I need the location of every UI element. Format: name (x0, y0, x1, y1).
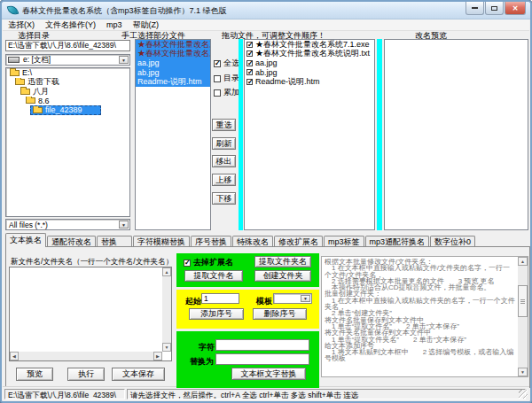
tree-item-file-42389-selected[interactable]: file_42389 (30, 105, 101, 115)
menu-filename-ops[interactable]: 文件名操作(Y) (40, 19, 101, 31)
tree-item-label: file_42389 (45, 105, 82, 114)
resize-grip-icon[interactable] (519, 390, 528, 399)
checkbox-icon[interactable] (246, 42, 253, 48)
drive-combobox[interactable]: e: [文档] ▼ (5, 54, 130, 66)
arrow-down-icon[interactable]: ▼ (162, 343, 171, 352)
checkbox-icon[interactable] (246, 50, 253, 57)
reselect-button[interactable]: 重选 (212, 119, 236, 131)
accumulate-checkbox[interactable]: 累加 (214, 87, 239, 98)
execute-button[interactable]: 执行 (67, 368, 105, 381)
create-folder-button[interactable]: 创建文件夹 (254, 270, 311, 282)
checkbox-icon[interactable] (246, 69, 253, 75)
list-item[interactable]: aa.jpg (245, 58, 374, 68)
arrow-up-icon[interactable]: ▲ (162, 267, 171, 276)
chevron-down-icon[interactable]: ▼ (119, 221, 129, 229)
checkbox-icon[interactable] (246, 60, 253, 66)
file-name: ★春林文件批量改名系 (137, 50, 210, 59)
list-item[interactable]: ★春林文件批量改名系 (136, 50, 210, 59)
checkbox-icon (214, 75, 221, 82)
checkbox-icon (184, 260, 191, 267)
manual-file-list: ★春林文件批量改名系 ★春林文件批量改名系 aa.jpg ab.jpg Read… (135, 39, 211, 230)
list-item[interactable]: ab.jpg (136, 68, 210, 78)
refresh-button[interactable]: 刷新 (212, 137, 236, 150)
scrollbar-thumb[interactable] (518, 285, 528, 317)
list-item[interactable]: ab.jpg (245, 68, 374, 78)
chevron-down-icon[interactable]: ▼ (119, 56, 129, 64)
serial-number-panel: 起始 模板 ▼ 添加序号 删除序号 (176, 290, 319, 329)
new-filename-textarea[interactable]: ▲ ▼ ◀ ▶ (9, 267, 172, 361)
tree-item-august[interactable]: 八月 (6, 87, 129, 97)
add-serial-button[interactable]: 添加序号 (189, 308, 244, 320)
help-vertical-scrollbar[interactable]: ▲ ▼ (518, 257, 528, 376)
arrow-right-icon[interactable]: ▶ (153, 352, 162, 360)
directory-checkbox[interactable]: 目录 (214, 73, 239, 84)
move-up-button[interactable]: 上移 (212, 174, 236, 186)
list-item[interactable]: Readme-说明.htm (245, 77, 374, 87)
select-all-checkbox[interactable]: 全选 (214, 58, 239, 69)
extract-file-name-button[interactable]: 提取文件名 (184, 270, 243, 282)
drive-icon (8, 57, 20, 63)
file-filter-value: All files (*.*) (9, 221, 48, 229)
chevron-down-icon[interactable]: ▼ (301, 295, 310, 302)
textbox-text-replace-button[interactable]: 文本框文字替换 (231, 368, 306, 380)
template-combobox[interactable]: ▼ (273, 293, 312, 304)
tree-item-8-6[interactable]: 8.6 (6, 97, 129, 106)
tree-item-drive-root[interactable]: E:\ (6, 68, 129, 78)
path-input[interactable] (5, 40, 130, 51)
arrow-down-icon[interactable]: ▼ (518, 368, 528, 376)
extract-panel: 去掉扩展名 提取文件夹名 提取文件名 创建文件夹 (176, 253, 319, 287)
list-item[interactable]: ★春林文件批量改名系统说明.txt (245, 50, 374, 59)
start-label: 起始 (185, 296, 201, 307)
move-down-button[interactable]: 下移 (212, 192, 236, 205)
list-item[interactable]: aa.jpg (136, 58, 210, 68)
close-icon: ✕ (512, 4, 519, 12)
checkbox-label: 去掉扩展名 (193, 257, 233, 268)
text-replace-panel: 字符 替换为 文本框文字替换 (176, 331, 319, 388)
checkbox-label: 全选 (223, 58, 239, 69)
extract-folder-name-button[interactable]: 提取文件夹名 (254, 256, 311, 267)
checkbox-label: 累加 (223, 87, 239, 98)
file-name: ★春林文件批量改名系统7.1.exe (255, 40, 370, 50)
tree-item-label: 迅雷下载 (27, 78, 59, 88)
list-item[interactable]: Readme-说明.htm (136, 77, 210, 87)
maximize-button[interactable] (485, 2, 504, 15)
file-name: aa.jpg (255, 58, 278, 67)
folder-icon (20, 89, 30, 95)
char-label: 字符 (199, 342, 215, 353)
file-name: ab.jpg (137, 68, 160, 77)
close-button[interactable]: ✕ (505, 2, 526, 15)
list-item[interactable]: ★春林文件批量改名系统7.1.exe (245, 40, 374, 50)
folder-icon (10, 70, 20, 76)
strip-extension-checkbox[interactable]: 去掉扩展名 (184, 257, 233, 268)
char-input[interactable] (215, 339, 309, 351)
tab-text-rename[interactable]: 文本换名 (5, 233, 46, 247)
tree-item-thunder[interactable]: 迅雷下载 (6, 78, 129, 88)
minimize-button[interactable] (466, 2, 484, 15)
arrow-up-icon[interactable]: ▲ (518, 257, 528, 266)
rename-preview-list (384, 39, 528, 230)
file-filter-combobox[interactable]: All files (*.*) ▼ (5, 219, 130, 230)
directory-tree: E:\ 迅雷下载 八月 8.6 file_42389 (5, 67, 130, 217)
file-name: Readme-说明.htm (137, 77, 202, 87)
vertical-scrollbar[interactable]: ▲ ▼ (162, 267, 171, 352)
folder-icon (26, 97, 35, 104)
replace-with-input[interactable] (215, 353, 309, 365)
checkbox-icon[interactable] (246, 79, 253, 85)
list-item[interactable]: ★春林文件批量改名系 (136, 40, 210, 50)
start-number-input[interactable] (201, 293, 239, 304)
minimize-icon (472, 7, 478, 9)
drag-order-file-list: ★春林文件批量改名系统7.1.exe ★春林文件批量改名系统说明.txt aa.… (244, 39, 375, 230)
remove-serial-button[interactable]: 删除序号 (253, 308, 307, 320)
file-name: Readme-说明.htm (255, 77, 320, 87)
menu-help[interactable]: 帮助(Z) (128, 19, 165, 31)
menu-mp3[interactable]: mp3 (101, 20, 128, 29)
menu-select[interactable]: 选择(X) (3, 19, 40, 31)
checkbox-label: 目录 (223, 73, 239, 84)
window-title: 春林文件批量改名系统（含mp3标签自动操作）7.1 绿色版 (22, 5, 227, 17)
arrow-left-icon[interactable]: ◀ (10, 352, 19, 360)
horizontal-scrollbar[interactable]: ◀ ▶ (10, 352, 162, 360)
status-path: E:\迅雷下载\八月\8.6\file_42389\ (4, 389, 125, 399)
preview-button[interactable]: 预览 (16, 368, 53, 381)
text-save-button[interactable]: 文本保存 (112, 368, 165, 381)
remove-button[interactable]: 移出 (212, 155, 236, 167)
